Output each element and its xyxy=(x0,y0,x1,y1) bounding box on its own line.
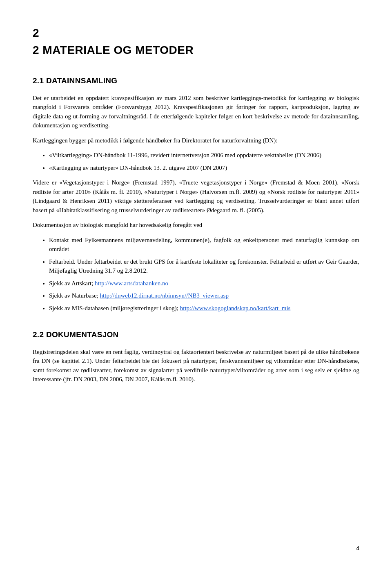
list-item: Feltarbeid. Under feltarbeidet er det br… xyxy=(49,257,359,276)
list-item: «Kartlegging av naturtyper» DN-håndbok 1… xyxy=(49,163,359,173)
section-2-1-bullet-list-2: Kontakt med Fylkesmannens miljøvernavdel… xyxy=(49,236,359,313)
chapter-title: 2 xyxy=(33,24,359,42)
list-item-artskart: Sjekk av Artskart; http://www.artsdataba… xyxy=(49,279,359,288)
section-2-2-paragraph-1: Registreringsdelen skal være en rent fag… xyxy=(33,347,359,384)
list-item: «Viltkartlegging» DN-håndbok 11-1996, re… xyxy=(49,151,359,160)
section-2-1-paragraph-1: Det er utarbeidet en oppdatert kravspesi… xyxy=(33,93,359,130)
list-item-naturbase: Sjekk av Naturbase; http://dnweb12.dirna… xyxy=(49,291,359,300)
naturbase-label: Sjekk av Naturbase; xyxy=(49,292,100,299)
list-item: Kontakt med Fylkesmannens miljøvernavdel… xyxy=(49,236,359,254)
section-2-1-bullet-list-1: «Viltkartlegging» DN-håndbok 11-1996, re… xyxy=(49,151,359,172)
mis-link[interactable]: http://www.skogoglandskap.no/kart/kart_m… xyxy=(180,305,291,311)
section-2-2-title: 2.2 DOKUMENTASJON xyxy=(33,329,359,341)
page-number: 4 xyxy=(356,544,359,553)
mis-label: Sjekk av MIS-databasen (miljøregistrerin… xyxy=(49,305,180,311)
artskart-link[interactable]: http://www.artsdatabanken.no xyxy=(95,280,168,287)
section-2-1-paragraph-2: Kartleggingen bygger på metodikk i følge… xyxy=(33,136,359,145)
section-2-1-paragraph-4: Dokumentasjon av biologisk mangfold har … xyxy=(33,220,359,230)
naturbase-link[interactable]: http://dnweb12.dirnat.no/nbinnsyn//NB3_v… xyxy=(100,292,229,299)
list-item-mis: Sjekk av MIS-databasen (miljøregistrerin… xyxy=(49,304,359,313)
artskart-label: Sjekk av Artskart; xyxy=(49,280,95,287)
section-2-1-title: 2.1 DATAINNSAMLING xyxy=(33,75,359,87)
section-2-1-paragraph-3: Videre er «Vegetasjonstyper i Norge» (Fr… xyxy=(33,178,359,215)
chapter-heading: 2 MATERIALE OG METODER xyxy=(33,42,359,59)
